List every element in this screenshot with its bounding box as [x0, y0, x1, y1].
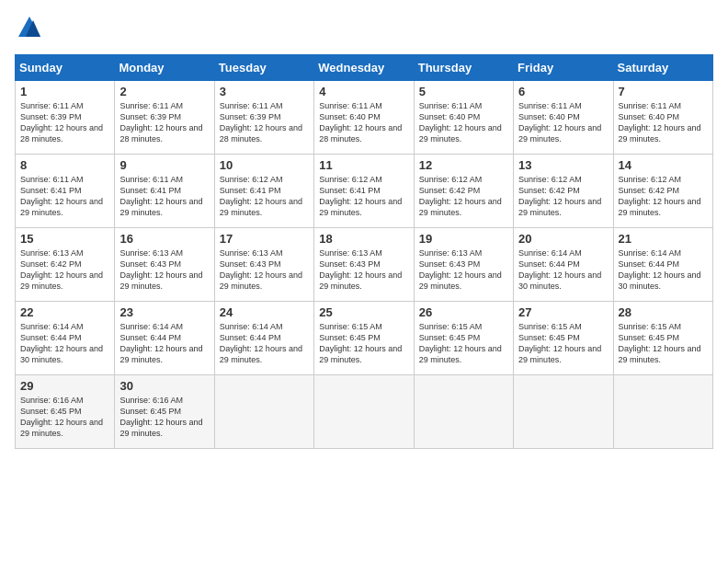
calendar-cell: [314, 375, 414, 449]
calendar-cell: 2Sunrise: 6:11 AMSunset: 6:39 PMDaylight…: [115, 81, 214, 155]
day-info: Sunrise: 6:12 AMSunset: 6:41 PMDaylight:…: [220, 174, 309, 219]
day-info: Sunrise: 6:12 AMSunset: 6:41 PMDaylight:…: [319, 174, 408, 219]
day-info: Sunrise: 6:13 AMSunset: 6:43 PMDaylight:…: [220, 247, 309, 293]
day-info: Sunrise: 6:11 AMSunset: 6:39 PMDaylight:…: [20, 100, 109, 145]
day-number: 12: [419, 158, 508, 172]
day-number: 24: [220, 305, 309, 319]
calendar-cell: 14Sunrise: 6:12 AMSunset: 6:42 PMDayligh…: [613, 155, 712, 228]
day-info: Sunrise: 6:11 AMSunset: 6:39 PMDaylight:…: [220, 100, 309, 145]
page-container: SundayMondayTuesdayWednesdayThursdayFrid…: [15, 15, 713, 449]
day-info: Sunrise: 6:14 AMSunset: 6:44 PMDaylight:…: [619, 247, 708, 293]
day-info: Sunrise: 6:16 AMSunset: 6:45 PMDaylight:…: [20, 395, 109, 440]
day-number: 29: [20, 379, 109, 393]
header: [15, 15, 713, 45]
day-info: Sunrise: 6:11 AMSunset: 6:40 PMDaylight:…: [419, 100, 508, 145]
calendar-week-row: 1Sunrise: 6:11 AMSunset: 6:39 PMDaylight…: [16, 81, 713, 155]
day-info: Sunrise: 6:11 AMSunset: 6:40 PMDaylight:…: [319, 100, 408, 145]
day-number: 7: [619, 85, 708, 98]
calendar-cell: 4Sunrise: 6:11 AMSunset: 6:40 PMDaylight…: [314, 81, 414, 155]
calendar-cell: 6Sunrise: 6:11 AMSunset: 6:40 PMDaylight…: [514, 81, 613, 155]
weekday-header: Monday: [115, 55, 214, 81]
logo-text: [15, 15, 42, 45]
calendar-cell: 23Sunrise: 6:14 AMSunset: 6:44 PMDayligh…: [115, 302, 214, 375]
calendar-cell: 11Sunrise: 6:12 AMSunset: 6:41 PMDayligh…: [314, 155, 414, 228]
day-number: 25: [319, 305, 408, 319]
day-number: 8: [20, 158, 109, 172]
calendar-cell: 26Sunrise: 6:15 AMSunset: 6:45 PMDayligh…: [414, 302, 513, 375]
day-info: Sunrise: 6:13 AMSunset: 6:43 PMDaylight:…: [119, 247, 209, 293]
calendar-table: SundayMondayTuesdayWednesdayThursdayFrid…: [15, 54, 713, 449]
calendar-week-row: 8Sunrise: 6:11 AMSunset: 6:41 PMDaylight…: [16, 155, 713, 228]
calendar-cell: 3Sunrise: 6:11 AMSunset: 6:39 PMDaylight…: [214, 81, 313, 155]
calendar-cell: 16Sunrise: 6:13 AMSunset: 6:43 PMDayligh…: [115, 228, 214, 302]
day-number: 19: [419, 232, 508, 246]
day-number: 21: [619, 232, 708, 246]
day-number: 16: [119, 232, 209, 246]
calendar-cell: 9Sunrise: 6:11 AMSunset: 6:41 PMDaylight…: [115, 155, 214, 228]
calendar-cell: 25Sunrise: 6:15 AMSunset: 6:45 PMDayligh…: [314, 302, 414, 375]
calendar-cell: 12Sunrise: 6:12 AMSunset: 6:42 PMDayligh…: [414, 155, 513, 228]
calendar-cell: 22Sunrise: 6:14 AMSunset: 6:44 PMDayligh…: [16, 302, 115, 375]
day-number: 14: [619, 158, 708, 172]
calendar-cell: [613, 375, 712, 449]
day-number: 15: [20, 232, 109, 246]
calendar-cell: [414, 375, 513, 449]
day-number: 1: [20, 85, 109, 98]
calendar-cell: 10Sunrise: 6:12 AMSunset: 6:41 PMDayligh…: [214, 155, 313, 228]
logo-icon: [17, 15, 42, 40]
day-info: Sunrise: 6:15 AMSunset: 6:45 PMDaylight:…: [518, 321, 608, 366]
calendar-cell: 8Sunrise: 6:11 AMSunset: 6:41 PMDaylight…: [16, 155, 115, 228]
day-info: Sunrise: 6:14 AMSunset: 6:44 PMDaylight:…: [518, 247, 608, 293]
day-info: Sunrise: 6:13 AMSunset: 6:42 PMDaylight:…: [20, 247, 109, 293]
day-info: Sunrise: 6:13 AMSunset: 6:43 PMDaylight:…: [319, 247, 408, 293]
day-info: Sunrise: 6:15 AMSunset: 6:45 PMDaylight:…: [619, 321, 708, 366]
calendar-cell: 18Sunrise: 6:13 AMSunset: 6:43 PMDayligh…: [314, 228, 414, 302]
day-number: 2: [119, 85, 209, 98]
day-info: Sunrise: 6:14 AMSunset: 6:44 PMDaylight:…: [119, 321, 209, 366]
day-number: 10: [220, 158, 309, 172]
day-number: 11: [319, 158, 408, 172]
weekday-header: Sunday: [16, 55, 115, 81]
day-info: Sunrise: 6:15 AMSunset: 6:45 PMDaylight:…: [419, 321, 508, 366]
day-info: Sunrise: 6:11 AMSunset: 6:40 PMDaylight:…: [619, 100, 708, 145]
calendar-week-row: 29Sunrise: 6:16 AMSunset: 6:45 PMDayligh…: [16, 375, 713, 449]
calendar-cell: 21Sunrise: 6:14 AMSunset: 6:44 PMDayligh…: [613, 228, 712, 302]
calendar-week-row: 22Sunrise: 6:14 AMSunset: 6:44 PMDayligh…: [16, 302, 713, 375]
day-info: Sunrise: 6:12 AMSunset: 6:42 PMDaylight:…: [419, 174, 508, 219]
weekday-header: Tuesday: [214, 55, 313, 81]
calendar-cell: 1Sunrise: 6:11 AMSunset: 6:39 PMDaylight…: [16, 81, 115, 155]
calendar-cell: 24Sunrise: 6:14 AMSunset: 6:44 PMDayligh…: [214, 302, 313, 375]
day-number: 27: [518, 305, 608, 319]
calendar-cell: 27Sunrise: 6:15 AMSunset: 6:45 PMDayligh…: [514, 302, 613, 375]
day-number: 18: [319, 232, 408, 246]
day-number: 17: [220, 232, 309, 246]
day-number: 23: [119, 305, 209, 319]
day-info: Sunrise: 6:11 AMSunset: 6:40 PMDaylight:…: [518, 100, 608, 145]
day-info: Sunrise: 6:15 AMSunset: 6:45 PMDaylight:…: [319, 321, 408, 366]
weekday-header-row: SundayMondayTuesdayWednesdayThursdayFrid…: [16, 55, 713, 81]
calendar-week-row: 15Sunrise: 6:13 AMSunset: 6:42 PMDayligh…: [16, 228, 713, 302]
calendar-cell: 15Sunrise: 6:13 AMSunset: 6:42 PMDayligh…: [16, 228, 115, 302]
day-number: 30: [119, 379, 209, 393]
day-info: Sunrise: 6:11 AMSunset: 6:39 PMDaylight:…: [119, 100, 209, 145]
day-info: Sunrise: 6:13 AMSunset: 6:43 PMDaylight:…: [419, 247, 508, 293]
calendar-cell: [214, 375, 313, 449]
calendar-cell: 30Sunrise: 6:16 AMSunset: 6:45 PMDayligh…: [115, 375, 214, 449]
weekday-header: Wednesday: [314, 55, 414, 81]
day-number: 13: [518, 158, 608, 172]
weekday-header: Thursday: [414, 55, 513, 81]
day-info: Sunrise: 6:12 AMSunset: 6:42 PMDaylight:…: [518, 174, 608, 219]
day-number: 28: [619, 305, 708, 319]
day-number: 20: [518, 232, 608, 246]
calendar-cell: 19Sunrise: 6:13 AMSunset: 6:43 PMDayligh…: [414, 228, 513, 302]
day-number: 4: [319, 85, 408, 98]
day-number: 3: [220, 85, 309, 98]
weekday-header: Saturday: [613, 55, 712, 81]
day-info: Sunrise: 6:11 AMSunset: 6:41 PMDaylight:…: [20, 174, 109, 219]
day-info: Sunrise: 6:14 AMSunset: 6:44 PMDaylight:…: [20, 321, 109, 366]
calendar-cell: [514, 375, 613, 449]
day-number: 26: [419, 305, 508, 319]
calendar-cell: 5Sunrise: 6:11 AMSunset: 6:40 PMDaylight…: [414, 81, 513, 155]
day-info: Sunrise: 6:16 AMSunset: 6:45 PMDaylight:…: [119, 395, 209, 440]
day-number: 22: [20, 305, 109, 319]
